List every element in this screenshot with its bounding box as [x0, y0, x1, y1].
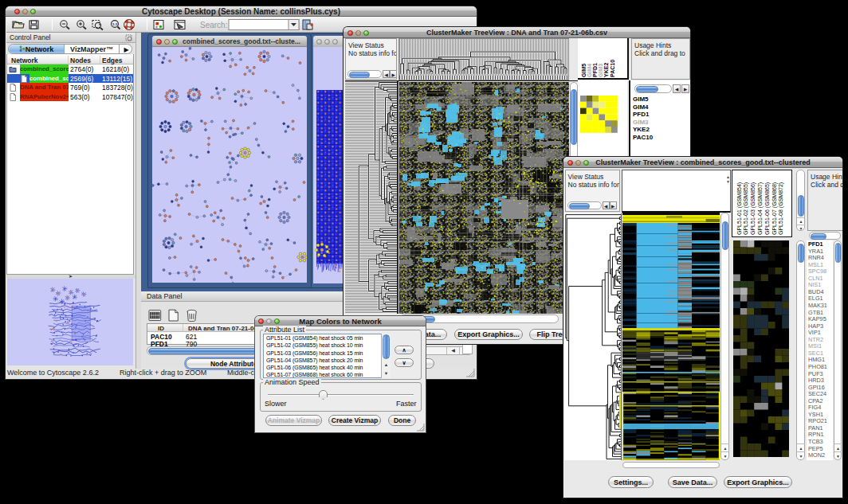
svg-text:1:1: 1:1 — [112, 22, 118, 26]
svg-text:Search:: Search: — [200, 21, 227, 29]
